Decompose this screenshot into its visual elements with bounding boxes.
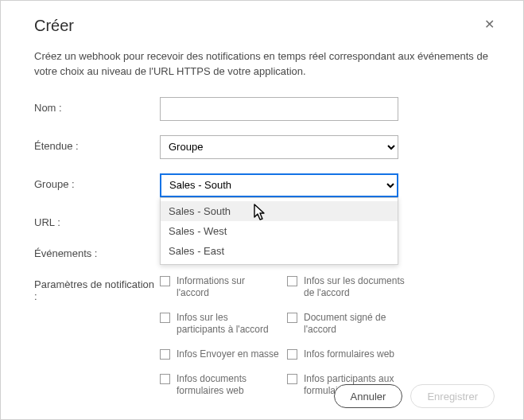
checkbox-label: Infos sur les participants à l'accord [177,312,279,336]
group-select[interactable]: Sales - South [160,173,398,197]
notification-params-grid: Informations sur l'accord Infos sur les … [160,275,495,397]
scope-label: Étendue : [34,135,160,152]
name-input[interactable] [160,97,398,121]
group-option-east[interactable]: Sales - East [161,241,398,261]
close-icon[interactable]: ✕ [484,18,495,31]
checkbox-label: Informations sur l'accord [177,275,279,299]
events-label: Événements : [34,243,160,259]
checkbox-label: Infos formulaires web [304,348,394,360]
checkbox-label: Infos documents formulaires web [177,373,279,397]
checkbox-bulk-send-info[interactable] [160,349,170,360]
params-label: Paramètres de notification : [34,274,160,302]
group-option-west[interactable]: Sales - West [161,221,398,241]
checkbox-agreement-participants-info[interactable] [160,313,170,323]
url-label: URL : [34,212,160,228]
checkbox-label: Document signé de l'accord [304,312,406,336]
name-label: Nom : [34,97,160,114]
checkbox-label: Infos sur les documents de l'accord [304,275,406,299]
checkbox-webform-participants-info[interactable] [287,374,297,384]
cancel-button[interactable]: Annuler [334,384,403,408]
group-label: Groupe : [34,173,160,190]
create-webhook-dialog: Créer ✕ Créez un webhook pour recevoir d… [0,0,524,420]
checkbox-agreement-info[interactable] [160,276,170,286]
group-dropdown: Sales - South Sales - West Sales - East [160,197,398,265]
dialog-title: Créer [34,17,74,35]
group-option-south[interactable]: Sales - South [161,201,398,221]
checkbox-agreement-docs-info[interactable] [287,276,297,286]
scope-select[interactable]: Groupe [160,135,398,159]
checkbox-webform-docs-info[interactable] [160,374,170,384]
checkbox-webform-info[interactable] [287,349,297,360]
dialog-intro: Créez un webhook pour recevoir des notif… [34,49,495,80]
save-button: Enregistrer [410,384,495,408]
checkbox-signed-document[interactable] [287,313,297,323]
checkbox-label: Infos Envoyer en masse [177,348,279,360]
